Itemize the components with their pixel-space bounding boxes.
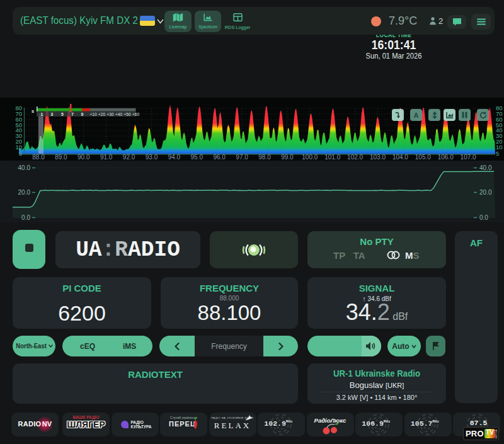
svg-text:+20: +20	[98, 112, 105, 117]
svg-text:92.0: 92.0	[123, 154, 135, 161]
svg-text:101.0: 101.0	[324, 154, 340, 161]
svg-text:100.0: 100.0	[302, 154, 318, 161]
svg-text:5: 5	[61, 112, 64, 117]
svg-text:5: 5	[19, 150, 22, 157]
svg-text:+10: +10	[89, 112, 96, 117]
svg-text:104.0: 104.0	[392, 154, 408, 161]
svg-text:9: 9	[81, 112, 84, 117]
svg-text:90.0: 90.0	[77, 154, 90, 161]
svg-text:97.0: 97.0	[236, 154, 248, 161]
svg-text:94.0: 94.0	[168, 154, 181, 161]
svg-text:+60: +60	[132, 112, 139, 117]
svg-text:5: 5	[496, 150, 499, 157]
svg-text:1: 1	[41, 112, 43, 117]
svg-text:3: 3	[51, 112, 54, 117]
svg-text:91.0: 91.0	[100, 154, 113, 161]
svg-text:20.0: 20.0	[18, 189, 31, 196]
svg-text:98.0: 98.0	[258, 154, 271, 161]
svg-text:88.0: 88.0	[32, 154, 45, 161]
svg-text:99.0: 99.0	[281, 154, 294, 161]
svg-text:96.0: 96.0	[213, 154, 226, 161]
svg-text:102.0: 102.0	[347, 154, 363, 161]
svg-text:93.0: 93.0	[146, 154, 158, 161]
svg-text:+30: +30	[106, 112, 113, 117]
svg-text:106.0: 106.0	[438, 154, 454, 161]
svg-text:40.0: 40.0	[479, 164, 492, 171]
svg-text:107.0: 107.0	[461, 154, 476, 161]
svg-text:s: s	[32, 108, 34, 114]
svg-text:103.0: 103.0	[370, 154, 386, 161]
svg-text:95.0: 95.0	[191, 154, 203, 161]
svg-text:+40: +40	[115, 112, 122, 117]
svg-text:7: 7	[71, 112, 74, 117]
svg-text:40.0: 40.0	[18, 164, 31, 171]
svg-text:105.0: 105.0	[415, 154, 431, 161]
svg-text:+50: +50	[123, 112, 130, 117]
svg-text:89.0: 89.0	[55, 154, 67, 161]
